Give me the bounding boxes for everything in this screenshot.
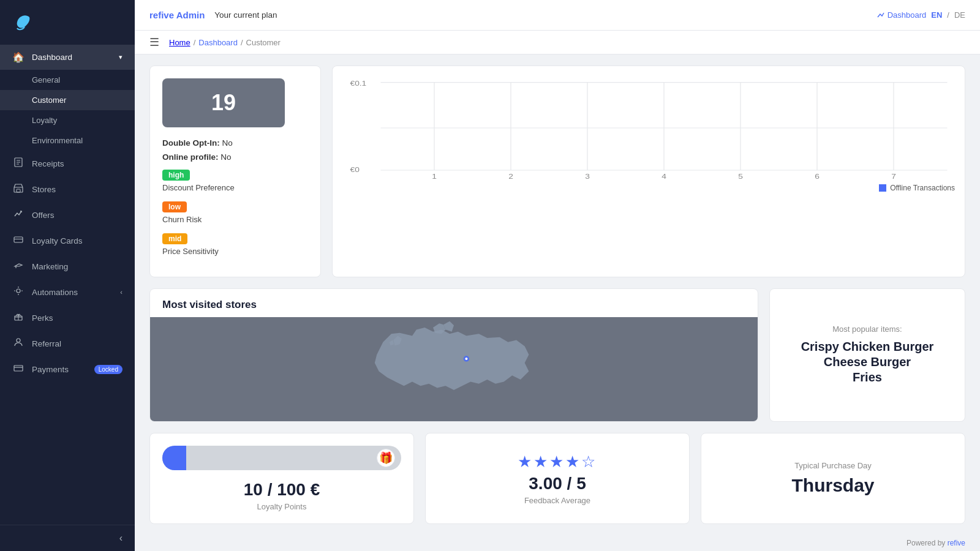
sidebar-item-label: Loyalty bbox=[32, 116, 57, 125]
sidebar-item-referral[interactable]: Referral bbox=[0, 331, 135, 356]
lang-en[interactable]: EN bbox=[931, 10, 942, 20]
hamburger-button[interactable]: ☰ bbox=[149, 36, 159, 49]
svg-rect-4 bbox=[14, 187, 23, 192]
sidebar-item-dashboard[interactable]: 🏠 Dashboard ▾ bbox=[0, 45, 135, 70]
sidebar-item-label: Receipts bbox=[32, 159, 64, 168]
breadcrumb-sep2: / bbox=[241, 38, 243, 47]
sidebar-item-receipts[interactable]: Receipts bbox=[0, 151, 135, 176]
svg-text:€0.1: €0.1 bbox=[350, 79, 367, 88]
online-profile-row: Online profile: No bbox=[162, 152, 308, 162]
svg-point-40 bbox=[465, 358, 467, 360]
dashboard-link[interactable]: Dashboard bbox=[876, 10, 927, 20]
chart-legend: Offline Transactions bbox=[342, 184, 955, 192]
online-profile-label: Online profile: bbox=[162, 152, 219, 162]
chart-area: €0.1 €0 1 2 3 4 bbox=[342, 76, 955, 180]
double-optin-value: No bbox=[222, 138, 233, 148]
sidebar-item-environmental[interactable]: Environmental bbox=[0, 130, 135, 151]
stores-icon bbox=[12, 183, 24, 195]
popular-item-1: Crispy Chicken Burger bbox=[801, 340, 934, 354]
svg-point-16 bbox=[17, 339, 20, 342]
sidebar-item-payments[interactable]: Payments Locked bbox=[0, 356, 135, 382]
sensitivity-tag: mid bbox=[162, 233, 187, 244]
star-rating: ★★★★☆ bbox=[518, 452, 597, 471]
sidebar-item-loyalty[interactable]: Loyalty bbox=[0, 110, 135, 130]
sidebar-item-label: General bbox=[32, 75, 60, 84]
payments-icon bbox=[12, 363, 24, 375]
sidebar-footer: ‹ bbox=[0, 525, 135, 551]
lang-de[interactable]: DE bbox=[954, 10, 965, 20]
svg-text:4: 4 bbox=[662, 172, 666, 180]
popular-label: Most popular items: bbox=[832, 324, 902, 334]
breadcrumb-sep1: / bbox=[194, 38, 196, 47]
sidebar-item-label: Environmental bbox=[32, 136, 83, 145]
sidebar-item-label: Offers bbox=[32, 211, 55, 220]
svg-text:7: 7 bbox=[891, 172, 896, 180]
topbar-right: Dashboard EN / DE bbox=[876, 10, 965, 20]
dashboard-icon: 🏠 bbox=[12, 51, 24, 63]
sidebar: 🏠 Dashboard ▾ General Customer Loyalty E… bbox=[0, 0, 135, 551]
loyalty-bar-fill bbox=[162, 446, 186, 470]
feedback-sub-label: Feedback Average bbox=[524, 496, 590, 505]
sidebar-item-label: Referral bbox=[32, 339, 61, 348]
topbar-left: refive Admin Your current plan bbox=[149, 10, 277, 20]
double-optin-row: Double Opt-In: No bbox=[162, 138, 308, 148]
middle-row: Most visited stores bbox=[149, 288, 965, 422]
sidebar-item-loyalty-cards[interactable]: Loyalty Cards bbox=[0, 228, 135, 253]
customer-info-card: 19 Double Opt-In: No Online profile: No … bbox=[149, 66, 321, 277]
sidebar-item-general[interactable]: General bbox=[0, 70, 135, 90]
sidebar-item-automations[interactable]: Automations ‹ bbox=[0, 279, 135, 305]
referral-icon bbox=[12, 337, 24, 350]
purchase-day-card: Typical Purchase Day Thursday bbox=[701, 433, 965, 524]
sidebar-item-perks[interactable]: Perks bbox=[0, 305, 135, 331]
svg-text:1: 1 bbox=[432, 172, 437, 180]
sidebar-item-label: Payments bbox=[32, 365, 69, 374]
sidebar-item-stores[interactable]: Stores bbox=[0, 176, 135, 202]
plan-label: Your current plan bbox=[214, 10, 277, 20]
popular-item-2: Cheese Burger bbox=[824, 355, 911, 369]
feedback-card: ★★★★☆ 3.00 / 5 Feedback Average bbox=[425, 433, 690, 524]
svg-text:€0: €0 bbox=[350, 165, 360, 174]
churn-section: low Churn Risk bbox=[162, 201, 308, 224]
footer-link[interactable]: refive bbox=[948, 539, 965, 547]
svg-text:5: 5 bbox=[738, 172, 743, 180]
loyalty-points: 10 / 100 € bbox=[244, 480, 320, 500]
perks-icon bbox=[12, 312, 24, 324]
discount-section: high Discount Preference bbox=[162, 169, 308, 192]
marketing-icon bbox=[12, 260, 24, 272]
breadcrumb-dashboard[interactable]: Dashboard bbox=[198, 38, 238, 47]
breadcrumb-home[interactable]: Home bbox=[169, 38, 190, 47]
sidebar-navigation: 🏠 Dashboard ▾ General Customer Loyalty E… bbox=[0, 45, 135, 525]
svg-point-8 bbox=[17, 289, 20, 293]
breadcrumb-current: Customer bbox=[246, 38, 281, 47]
map-body bbox=[150, 317, 758, 421]
footer: Powered by refive bbox=[135, 535, 980, 551]
bottom-row: 🎁 10 / 100 € Loyalty Points ★★★★☆ 3.00 /… bbox=[149, 433, 965, 524]
sidebar-item-marketing[interactable]: Marketing bbox=[0, 253, 135, 279]
customer-number: 19 bbox=[162, 78, 285, 127]
legend-label: Offline Transactions bbox=[890, 184, 955, 192]
chevron-left-icon: ‹ bbox=[120, 288, 123, 296]
svg-rect-17 bbox=[14, 365, 23, 371]
svg-text:3: 3 bbox=[585, 172, 590, 180]
online-profile-value: No bbox=[221, 152, 231, 162]
chart-card: €0.1 €0 1 2 3 4 bbox=[332, 66, 965, 277]
map-title: Most visited stores bbox=[150, 289, 758, 317]
popular-items-card: Most popular items: Crispy Chicken Burge… bbox=[769, 288, 965, 422]
sidebar-item-customer[interactable]: Customer bbox=[0, 90, 135, 110]
svg-text:2: 2 bbox=[508, 172, 513, 180]
purchase-label: Typical Purchase Day bbox=[794, 461, 872, 470]
popular-item-3: Fries bbox=[853, 370, 882, 384]
locked-badge: Locked bbox=[94, 365, 123, 374]
main-area: refive Admin Your current plan Dashboard… bbox=[135, 0, 980, 551]
topbar: refive Admin Your current plan Dashboard… bbox=[135, 0, 980, 31]
double-optin-label: Double Opt-In: bbox=[162, 138, 220, 148]
svg-rect-6 bbox=[14, 237, 23, 242]
sidebar-item-label: Automations bbox=[32, 288, 78, 297]
discount-label: Discount Preference bbox=[162, 183, 308, 192]
logo-icon bbox=[12, 11, 34, 37]
lang-separator: / bbox=[947, 10, 949, 20]
collapse-button[interactable]: ‹ bbox=[119, 533, 123, 544]
loyalty-sub-label: Loyalty Points bbox=[257, 502, 307, 511]
sidebar-item-offers[interactable]: Offers bbox=[0, 202, 135, 228]
feedback-score: 3.00 / 5 bbox=[529, 474, 586, 493]
